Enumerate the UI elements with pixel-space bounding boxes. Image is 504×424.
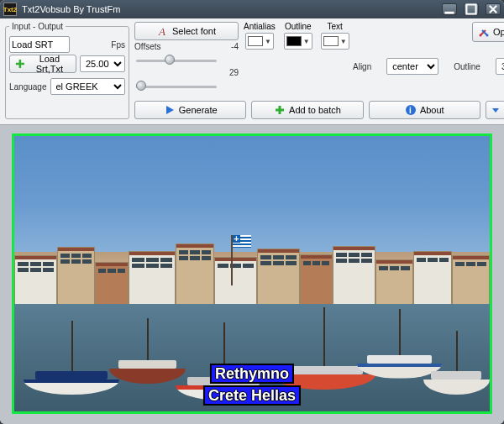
font-a-icon: A	[157, 25, 169, 37]
svg-text:i: i	[409, 106, 412, 115]
outline-color-select[interactable]: ▼	[284, 33, 312, 50]
svg-text:A: A	[158, 25, 165, 37]
flagpole	[231, 235, 233, 285]
srt-path-input[interactable]	[9, 36, 70, 53]
chevron-down-icon: ▼	[265, 38, 271, 45]
outline-swatch	[286, 36, 302, 46]
io-legend: Input - Output	[9, 22, 66, 31]
offset-bottom-slider[interactable]	[134, 79, 218, 94]
slider-track	[136, 60, 217, 62]
app-icon: Txt2	[3, 3, 17, 16]
preview-frame: Rethymno Crete Hellas	[12, 133, 492, 414]
outline-width-select[interactable]: 3	[496, 58, 504, 75]
subtitle-overlay: Rethymno Crete Hellas	[203, 363, 301, 406]
svg-marker-7	[166, 106, 174, 114]
close-button[interactable]	[486, 3, 501, 15]
load-srt-label: Load Srt,Txt	[29, 54, 71, 74]
svg-point-6	[486, 34, 489, 37]
select-font-label: Select font	[172, 26, 216, 36]
svg-point-5	[480, 34, 482, 37]
outline-width-label: Outline	[454, 62, 480, 71]
chevron-down-icon: ▼	[303, 38, 310, 45]
offsets-label: Offsets	[134, 42, 161, 51]
align-label: Align	[353, 62, 371, 71]
antialias-label: Antialias	[244, 22, 276, 31]
about-button[interactable]: i About	[369, 101, 480, 119]
io-fieldset: Input - Output Fps Load Srt,Txt 25.000 L…	[5, 22, 129, 119]
offset-bottom-value: 29	[134, 68, 239, 77]
svg-rect-3	[16, 63, 24, 65]
toolbar: Input - Output Fps Load Srt,Txt 25.000 L…	[0, 18, 504, 125]
greek-flag	[233, 235, 251, 248]
generate-label: Generate	[179, 105, 218, 115]
slider-track	[136, 86, 217, 88]
generate-button[interactable]: Generate	[134, 101, 246, 119]
expand-button[interactable]	[486, 101, 504, 119]
center-panel: A Select font Offsets -4 29	[134, 22, 504, 119]
align-select[interactable]: center	[386, 58, 438, 75]
antialias-color-select[interactable]: ▼	[245, 33, 274, 50]
about-label: About	[420, 105, 444, 115]
maximize-icon	[465, 3, 477, 15]
options-button[interactable]: Options	[472, 22, 504, 42]
bg-buildings	[14, 243, 490, 304]
chevron-down-icon: ▼	[340, 38, 347, 45]
svg-marker-12	[492, 108, 499, 113]
slider-thumb[interactable]	[165, 55, 175, 65]
language-label: Language	[9, 82, 47, 92]
text-color-label: Text	[328, 22, 343, 31]
chevron-down-blue-icon	[490, 104, 501, 116]
play-icon	[164, 104, 176, 116]
titlebar[interactable]: Txt2 Txt2Vobsub By TrustFm	[0, 0, 504, 18]
info-icon: i	[405, 104, 417, 116]
svg-rect-0	[444, 12, 454, 14]
plus-small-icon	[274, 104, 286, 116]
select-font-button[interactable]: A Select font	[134, 22, 239, 40]
slider-thumb[interactable]	[136, 81, 146, 91]
bg-boat	[24, 371, 118, 395]
tools-icon	[478, 26, 490, 38]
fps-label: Fps	[111, 40, 125, 50]
subtitle-line-1: Rethymno	[210, 364, 294, 384]
add-to-batch-label: Add to batch	[289, 105, 341, 115]
fps-select[interactable]: 25.000	[80, 55, 125, 72]
app-window: Txt2 Txt2Vobsub By TrustFm Input - Outpu…	[0, 0, 504, 424]
svg-rect-1	[466, 4, 475, 13]
subtitle-line-2: Crete Hellas	[203, 385, 301, 406]
plus-icon	[15, 58, 25, 70]
preview-viewport: Rethymno Crete Hellas	[0, 125, 504, 424]
bg-boat	[109, 360, 186, 384]
add-to-batch-button[interactable]: Add to batch	[251, 101, 363, 119]
language-select[interactable]: el GREEK	[50, 78, 126, 95]
minimize-icon	[444, 3, 455, 15]
outline-color-label: Outline	[285, 22, 312, 31]
close-icon	[487, 3, 499, 15]
window-title: Txt2Vobsub By TrustFm	[22, 4, 435, 14]
minimize-button[interactable]	[442, 3, 457, 15]
load-srt-button[interactable]: Load Srt,Txt	[9, 55, 76, 73]
antialias-swatch	[248, 36, 263, 46]
maximize-button[interactable]	[464, 3, 479, 15]
svg-rect-9	[276, 109, 284, 112]
text-swatch	[323, 36, 339, 46]
offset-top-slider[interactable]	[134, 53, 218, 68]
offset-top-value: -4	[231, 42, 239, 51]
text-color-select[interactable]: ▼	[321, 33, 349, 50]
options-label: Options	[493, 27, 504, 37]
bg-boat	[423, 371, 490, 395]
